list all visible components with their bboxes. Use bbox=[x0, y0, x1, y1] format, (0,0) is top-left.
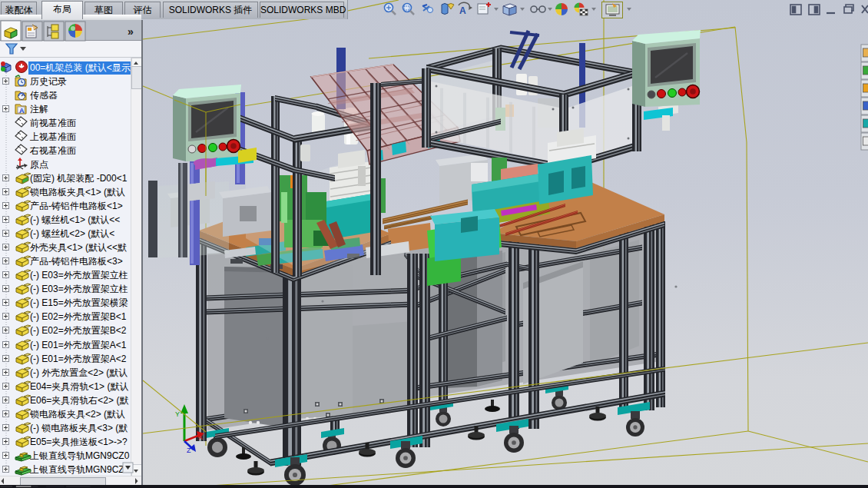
svg-text:A: A bbox=[19, 106, 25, 114]
svg-text:X: X bbox=[198, 433, 203, 441]
svg-text:Z: Z bbox=[187, 447, 191, 454]
svg-text:Y: Y bbox=[175, 410, 180, 418]
svg-text:A: A bbox=[459, 5, 466, 16]
